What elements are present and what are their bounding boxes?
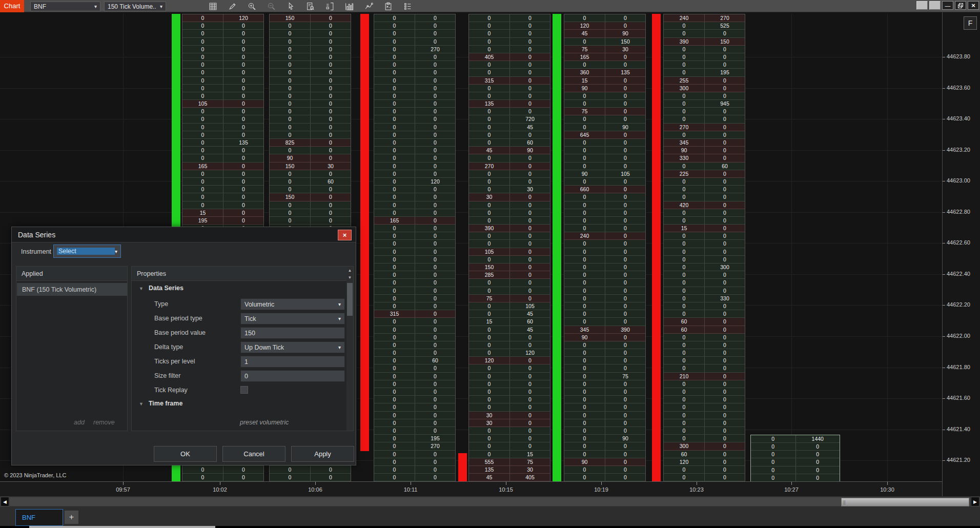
section-time-frame[interactable]: ▼Time frame xyxy=(139,400,182,407)
footprint-row: 00 xyxy=(469,30,550,37)
add-tab-button[interactable]: + xyxy=(65,511,78,524)
property-input[interactable]: 150 xyxy=(240,327,345,339)
footprint-row: 00 xyxy=(564,271,645,279)
apply-button[interactable]: Apply xyxy=(291,446,354,462)
bid-volume-cell: 0 xyxy=(374,349,415,356)
ask-volume-cell: 0 xyxy=(704,209,745,216)
ask-volume-cell: 0 xyxy=(509,77,550,84)
bid-volume-cell: 0 xyxy=(564,287,605,294)
ask-volume-cell: 720 xyxy=(509,115,550,123)
footprint-row: 00 xyxy=(182,474,263,481)
footprint-row: 00 xyxy=(564,209,645,217)
price-tick xyxy=(943,57,945,57)
ask-volume-cell: 0 xyxy=(415,147,455,154)
add-link[interactable]: add xyxy=(74,419,85,426)
property-input[interactable]: 1 xyxy=(240,356,345,368)
ok-button[interactable]: OK xyxy=(154,446,217,462)
footprint-row: 2400 xyxy=(564,232,645,240)
cancel-button[interactable]: Cancel xyxy=(222,446,285,462)
property-input[interactable]: 0 xyxy=(240,370,345,382)
price-axis[interactable]: F 44623.8044623.6044623.4044623.2044623.… xyxy=(942,12,980,507)
ask-volume-cell: 0 xyxy=(704,451,745,458)
bid-volume-cell: 0 xyxy=(564,435,605,442)
footprint-row: 600 xyxy=(664,326,745,334)
property-value: 150 xyxy=(244,330,255,337)
remove-link[interactable]: remove xyxy=(93,419,115,426)
bid-volume-cell: 165 xyxy=(182,163,223,170)
ask-volume-cell: 0 xyxy=(605,364,645,372)
dialog-close-button[interactable]: × xyxy=(338,230,352,240)
close-button[interactable]: × xyxy=(968,1,979,10)
bid-volume-cell: 0 xyxy=(469,30,509,37)
ask-volume-cell: 390 xyxy=(605,326,645,333)
ask-volume-cell: 0 xyxy=(704,403,745,411)
ask-volume-cell: 945 xyxy=(704,100,745,107)
footprint-row: 045 xyxy=(469,310,550,318)
footprint-row: 00 xyxy=(469,380,550,388)
bid-volume-cell: 0 xyxy=(564,263,605,271)
preset-volumetric-label: preset volumetric xyxy=(240,419,289,426)
scroll-down-icon[interactable]: ▼ xyxy=(346,274,353,281)
bid-volume-cell: 0 xyxy=(374,170,415,177)
footprint-row: 045 xyxy=(469,124,550,131)
footprint-row: 00 xyxy=(182,124,263,131)
footprint-row: 00 xyxy=(469,61,550,69)
bid-volume-cell: 0 xyxy=(664,403,704,411)
section-data-series[interactable]: ▼Data Series xyxy=(139,285,183,292)
tick-replay-checkbox[interactable] xyxy=(240,386,248,394)
footprint-row: 00 xyxy=(270,22,351,30)
bid-volume-cell: 0 xyxy=(751,435,795,442)
ask-volume-cell: 0 xyxy=(509,14,550,22)
ask-volume-cell: 195 xyxy=(704,69,745,76)
bid-volume-cell: 0 xyxy=(664,295,704,302)
minimize-button[interactable]: — xyxy=(942,1,953,10)
footprint-row: 00 xyxy=(664,131,745,139)
footprint-row: 075 xyxy=(564,373,645,380)
footprint-row: 00 xyxy=(664,474,745,481)
scrollbar-track[interactable]: || xyxy=(9,497,970,506)
scroll-up-icon[interactable]: ▲ xyxy=(346,267,353,274)
scroll-right-button[interactable]: ▶ xyxy=(971,497,979,506)
footprint-row: 00 xyxy=(469,14,550,22)
properties-scrollbar-thumb[interactable] xyxy=(347,283,353,316)
footprint-row: 00 xyxy=(469,442,550,450)
bid-volume-cell: 0 xyxy=(374,85,415,92)
footprint-row: 390150 xyxy=(664,38,745,46)
property-dropdown[interactable]: Up Down Tick▾ xyxy=(240,341,345,353)
property-dropdown[interactable]: Tick▾ xyxy=(240,313,345,324)
ask-volume-cell: 0 xyxy=(605,225,645,232)
time-axis[interactable]: 09:5710:0210:0610:1110:1510:1910:2310:27… xyxy=(0,481,942,496)
instrument-select-dropdown[interactable]: Select ▾ xyxy=(53,245,121,258)
ask-volume-cell: 75 xyxy=(509,458,550,465)
bid-volume-cell: 0 xyxy=(270,38,310,45)
ask-volume-cell: 0 xyxy=(415,61,455,68)
ask-volume-cell: 0 xyxy=(795,474,840,481)
bid-volume-cell: 0 xyxy=(374,22,415,29)
bid-volume-cell: 315 xyxy=(469,77,509,84)
footprint-row: 6600 xyxy=(564,186,645,193)
scroll-left-button[interactable]: ◀ xyxy=(1,497,9,506)
tab-bnf[interactable]: BNF xyxy=(15,509,63,526)
ask-volume-cell: 0 xyxy=(415,458,455,465)
ask-volume-cell: 0 xyxy=(605,295,645,302)
ask-volume-cell: 0 xyxy=(605,154,645,161)
footprint-row: 00 xyxy=(664,403,745,411)
fixed-scale-button[interactable]: F xyxy=(964,16,977,30)
bid-volume-cell: 0 xyxy=(664,248,704,255)
ask-volume-cell: 0 xyxy=(223,154,263,161)
bid-volume-cell: 0 xyxy=(564,357,605,364)
bid-volume-cell: 0 xyxy=(182,46,223,53)
bid-volume-cell: 0 xyxy=(374,77,415,84)
property-dropdown[interactable]: Volumetric▾ xyxy=(240,298,345,310)
ask-volume-cell: 0 xyxy=(605,334,645,341)
ask-volume-cell: 0 xyxy=(415,474,455,481)
applied-series-item[interactable]: BNF (150 Tick Volumetric) xyxy=(17,283,127,296)
bid-volume-cell: 360 xyxy=(564,69,605,76)
scrollbar-thumb[interactable]: || xyxy=(841,498,969,506)
bid-volume-cell: 0 xyxy=(270,92,310,99)
bid-volume-cell: 0 xyxy=(564,302,605,310)
footprint-row: 00 xyxy=(374,115,455,123)
footprint-row: 00 xyxy=(664,412,745,419)
price-label: 44623.00 xyxy=(947,177,970,184)
restore-button[interactable] xyxy=(955,1,966,10)
